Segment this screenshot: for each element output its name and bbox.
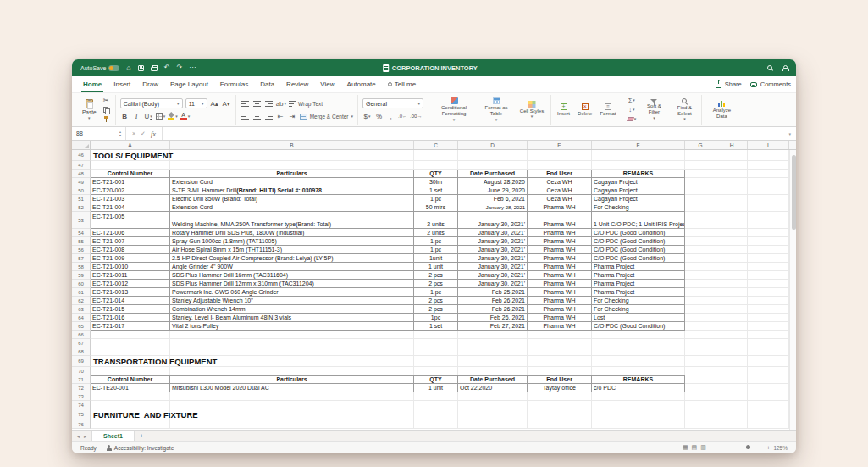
- cell-E68[interactable]: [528, 347, 592, 356]
- zoom-in-icon[interactable]: +: [767, 445, 771, 451]
- cell-E52[interactable]: Pharma WH: [528, 203, 592, 212]
- cell-A55[interactable]: EC-T21-007: [91, 237, 170, 246]
- cell-I49[interactable]: [748, 178, 789, 186]
- cell-B69[interactable]: [170, 356, 414, 367]
- conditional-formatting-button[interactable]: Conditional Formatting ▾: [433, 97, 475, 121]
- row-header-54[interactable]: 54: [72, 229, 91, 237]
- bold-button[interactable]: B: [120, 111, 130, 121]
- cell-F54[interactable]: C/O PDC (Good Condition): [592, 229, 685, 237]
- cell-D61[interactable]: Feb 25,2021: [458, 288, 528, 297]
- cell-styles-button[interactable]: Cell Styles ▾: [517, 101, 546, 120]
- cell-A46[interactable]: [91, 150, 170, 161]
- row-header-69[interactable]: 69: [72, 356, 91, 367]
- cell-D62[interactable]: Feb 26,2021: [458, 297, 528, 305]
- cell-D66[interactable]: [458, 331, 528, 339]
- cell-B62[interactable]: Stanley Adjustable Wrench 10": [170, 297, 414, 305]
- cell-B57[interactable]: 2.5 HP Direct Coupled Air Compressor (Br…: [170, 254, 414, 263]
- row-header-76[interactable]: 76: [72, 420, 91, 429]
- cell-C76[interactable]: [414, 420, 458, 429]
- cell-A57[interactable]: EC-T21-009: [91, 254, 170, 263]
- cell-C74[interactable]: [414, 401, 458, 409]
- cell-C56[interactable]: 1 pc: [414, 246, 458, 254]
- cell-H69[interactable]: [716, 356, 748, 367]
- cell-I47[interactable]: [748, 161, 789, 170]
- cell-G48[interactable]: [685, 170, 716, 178]
- row-header-75[interactable]: 75: [72, 409, 91, 420]
- cell-A52[interactable]: EC-T21-004: [91, 203, 170, 212]
- cell-C61[interactable]: 1 pc: [414, 288, 458, 297]
- insert-cells-button[interactable]: Insert: [556, 103, 572, 117]
- autosave-toggle[interactable]: AutoSave: [80, 65, 119, 71]
- cell-G70[interactable]: [685, 367, 716, 375]
- cell-B74[interactable]: [170, 401, 414, 409]
- cell-A68[interactable]: [91, 347, 170, 356]
- cell-H71[interactable]: [716, 375, 748, 384]
- cell-G49[interactable]: [685, 178, 716, 186]
- cell-B65[interactable]: Vital 2 tons Pulley: [170, 322, 414, 331]
- cell-H46[interactable]: [716, 150, 748, 161]
- cell-H48[interactable]: [716, 170, 748, 178]
- cell-D76[interactable]: [458, 420, 528, 429]
- comments-button[interactable]: Comments: [750, 81, 791, 88]
- cell-A66[interactable]: [91, 331, 170, 339]
- row-header-47[interactable]: 47: [72, 161, 91, 170]
- cell-C73[interactable]: [414, 392, 458, 401]
- cell-B50[interactable]: S-TE 3-ML Hammer Drill (Brand: HILTI) Se…: [170, 186, 414, 195]
- cell-E73[interactable]: [528, 392, 592, 401]
- cell-G55[interactable]: [685, 237, 716, 246]
- cell-A76[interactable]: [91, 420, 170, 429]
- cell-B71[interactable]: Particulars: [170, 375, 414, 384]
- cell-G62[interactable]: [685, 297, 716, 305]
- row-header-63[interactable]: 63: [72, 305, 91, 314]
- cell-A65[interactable]: EC-T21-017: [91, 322, 170, 331]
- formula-bar-collapse-icon[interactable]: ▾: [783, 127, 796, 140]
- cell-B56[interactable]: Air Hose Spiral 8mm x 15m (THT11151-3): [170, 246, 414, 254]
- cell-G71[interactable]: [685, 375, 716, 384]
- row-header-55[interactable]: 55: [72, 237, 91, 246]
- cell-E61[interactable]: Pharma WH: [528, 288, 592, 297]
- cell-H55[interactable]: [716, 237, 748, 246]
- cell-B70[interactable]: [170, 367, 414, 375]
- analyze-data-button[interactable]: Analyze Data: [706, 100, 737, 119]
- vertical-scrollbar[interactable]: [789, 150, 796, 430]
- row-header-71[interactable]: 71: [72, 375, 91, 384]
- format-as-table-button[interactable]: Format as Table ▾: [478, 97, 514, 121]
- cell-E60[interactable]: Pharma WH: [528, 280, 592, 288]
- cell-B46[interactable]: [170, 150, 414, 161]
- clear-icon[interactable]: ▾: [627, 115, 636, 124]
- column-header-C[interactable]: C: [414, 141, 458, 149]
- tab-home[interactable]: Home: [77, 76, 108, 92]
- cell-D48[interactable]: Date Purchased: [458, 170, 528, 178]
- wrap-text-button[interactable]: Wrap Text: [289, 98, 323, 108]
- cell-D71[interactable]: Date Purchased: [458, 375, 528, 384]
- paste-button[interactable]: Paste ▾: [80, 99, 99, 120]
- cell-I55[interactable]: [748, 237, 789, 246]
- cell-E47[interactable]: [528, 161, 592, 170]
- column-header-B[interactable]: B: [170, 141, 414, 149]
- tab-page-layout[interactable]: Page Layout: [164, 76, 214, 92]
- cell-E74[interactable]: [528, 401, 592, 409]
- row-header-65[interactable]: 65: [72, 322, 91, 331]
- page-layout-view-icon[interactable]: ▤: [692, 444, 698, 451]
- row-header-73[interactable]: 73: [72, 392, 91, 401]
- column-header-E[interactable]: E: [528, 141, 592, 149]
- cell-G47[interactable]: [685, 161, 716, 170]
- cell-A72[interactable]: EC-TE20-001: [91, 384, 170, 392]
- row-header-46[interactable]: 46: [72, 150, 91, 161]
- cell-F67[interactable]: [592, 339, 685, 347]
- borders-icon[interactable]: ▾: [156, 111, 166, 121]
- name-box[interactable]: 88 ▴▾: [72, 127, 126, 140]
- cell-E55[interactable]: Pharma WH: [528, 237, 592, 246]
- tab-data[interactable]: Data: [254, 76, 280, 92]
- cell-F68[interactable]: [592, 347, 685, 356]
- cell-D67[interactable]: [458, 339, 528, 347]
- cell-B53[interactable]: Welding Machine, MMA 250A Transformer ty…: [170, 212, 414, 229]
- cell-C59[interactable]: 2 pcs: [414, 271, 458, 280]
- cell-F46[interactable]: [592, 150, 685, 161]
- cell-F66[interactable]: [592, 331, 685, 339]
- cell-B66[interactable]: [170, 331, 414, 339]
- cell-A56[interactable]: EC-T21-008: [91, 246, 170, 254]
- cell-F47[interactable]: [592, 161, 685, 170]
- cell-E57[interactable]: Pharma WH: [528, 254, 592, 263]
- cell-F52[interactable]: For Checking: [592, 203, 685, 212]
